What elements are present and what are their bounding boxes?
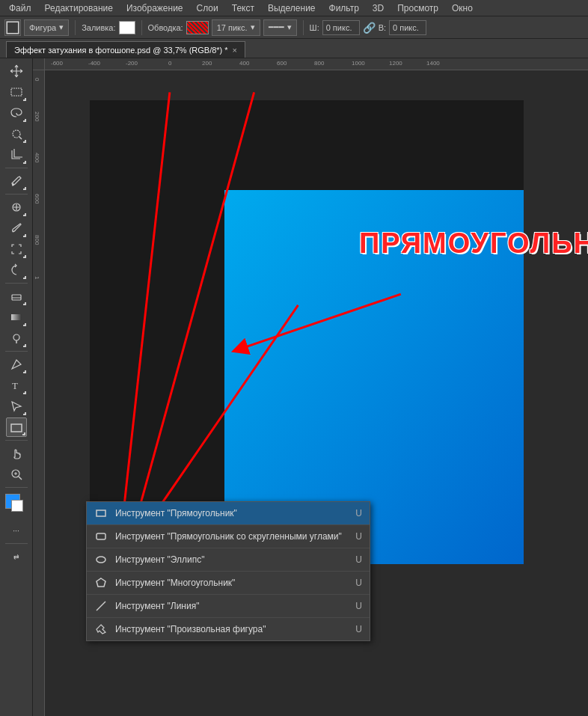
canvas-area: -600 -400 -200 0 200 400 600 800 1000 12… xyxy=(33,58,588,716)
rectangle-icon xyxy=(94,507,108,520)
svg-line-21 xyxy=(97,602,105,611)
line-icon xyxy=(94,599,108,613)
main-layout: T ··· ⇄ xyxy=(0,58,588,716)
ruler-v-mark-2: 400 xyxy=(34,153,40,162)
tool-dodge[interactable] xyxy=(6,328,27,348)
tool-quick-select[interactable] xyxy=(6,124,27,144)
ruler-v-mark-3: 600 xyxy=(34,194,40,204)
toolbar-divider-2 xyxy=(141,20,142,35)
shape-mode-btn[interactable] xyxy=(4,19,21,36)
menu-file[interactable]: Файл xyxy=(3,1,37,15)
tool-eraser[interactable] xyxy=(6,287,27,306)
stroke-type-dropdown[interactable]: ━━━ ▾ xyxy=(263,19,297,36)
ctx-label-rounded-rect: Инструмент "Прямоугольник со скругленным… xyxy=(115,531,348,542)
tools-divider-7 xyxy=(5,543,28,544)
ruler-h-mark-5: 400 xyxy=(239,60,249,67)
stroke-label: Обводка: xyxy=(148,23,183,32)
tool-gradient[interactable] xyxy=(6,307,27,327)
svg-text:T: T xyxy=(12,380,18,391)
stroke-color-swatch[interactable] xyxy=(186,21,209,34)
tools-divider-5 xyxy=(5,440,28,441)
width-label: Ш: xyxy=(310,23,319,32)
tool-eyedropper[interactable] xyxy=(6,171,27,191)
tools-divider-3 xyxy=(5,283,28,284)
ruler-h-mark-2: -200 xyxy=(126,60,138,67)
ruler-corner xyxy=(33,58,45,70)
menu-edit[interactable]: Редактирование xyxy=(39,1,119,15)
fill-color-swatch[interactable] xyxy=(119,21,135,34)
shape-type-dropdown[interactable]: Фигура ▾ xyxy=(24,19,69,36)
svg-point-5 xyxy=(12,231,13,233)
toolbar-divider-3 xyxy=(303,20,304,35)
ctx-item-rectangle[interactable]: Инструмент "Прямоугольник" U xyxy=(87,502,370,525)
tool-pen[interactable] xyxy=(6,355,27,374)
canvas-content: ПРЯМОУГОЛЬНИК xyxy=(45,70,588,716)
ruler-h-mark-8: 1000 xyxy=(352,60,365,67)
tool-clone[interactable] xyxy=(6,239,27,259)
options-toolbar: Фигура ▾ Заливка: Обводка: 17 пикс. ▾ ━━… xyxy=(0,16,588,39)
menu-filter[interactable]: Фильтр xyxy=(323,1,365,15)
background-color[interactable] xyxy=(11,500,23,512)
ruler-v-mark-1: 200 xyxy=(34,111,40,121)
svg-rect-7 xyxy=(11,314,22,320)
ctx-item-ellipse[interactable]: Инструмент "Эллипс" U xyxy=(87,548,370,572)
ctx-item-rounded-rect[interactable]: Инструмент "Прямоугольник со скругленным… xyxy=(87,525,370,548)
document-tab[interactable]: Эффект затухания в фотошопе.psd @ 33,7% … xyxy=(6,41,245,58)
toolbar-divider-1 xyxy=(75,20,76,35)
menu-select[interactable]: Выделение xyxy=(262,1,322,15)
tool-marquee[interactable] xyxy=(6,82,27,102)
menu-view[interactable]: Просмотр xyxy=(391,1,444,15)
tool-brush[interactable] xyxy=(6,218,27,238)
menu-image[interactable]: Изображение xyxy=(120,1,189,15)
ctx-item-custom-shape[interactable]: Инструмент "Произвольная фигура" U xyxy=(87,618,370,640)
svg-rect-10 xyxy=(11,424,22,432)
rounded-rect-icon xyxy=(94,530,108,543)
ruler-h-mark-7: 800 xyxy=(314,60,324,67)
svg-point-3 xyxy=(12,183,14,186)
tools-divider-6 xyxy=(5,487,28,488)
tool-hand[interactable] xyxy=(6,444,27,463)
ctx-item-polygon[interactable]: Инструмент "Многоугольник" U xyxy=(87,572,370,595)
tool-move[interactable] xyxy=(6,61,27,81)
menu-3d[interactable]: 3D xyxy=(367,1,390,15)
svg-rect-17 xyxy=(97,510,105,516)
ruler-v-mark-5: 1 xyxy=(34,276,40,279)
tool-history-brush[interactable] xyxy=(6,260,27,280)
ctx-label-polygon: Инструмент "Многоугольник" xyxy=(115,578,348,588)
ctx-shortcut-ellipse: U xyxy=(355,554,362,565)
tool-crop[interactable] xyxy=(6,145,27,165)
tool-path-select[interactable] xyxy=(6,397,27,416)
menu-layers[interactable]: Слои xyxy=(191,1,224,15)
tab-close-btn[interactable]: × xyxy=(233,46,237,55)
height-label: В: xyxy=(379,23,386,32)
tool-switch[interactable]: ⇄ xyxy=(6,547,27,566)
tools-divider-2 xyxy=(5,194,28,195)
ruler-h-mark-1: -400 xyxy=(88,60,100,67)
tool-extra-1[interactable]: ··· xyxy=(6,521,27,540)
ctx-shortcut-rounded-rect: U xyxy=(355,531,362,542)
tool-heal[interactable] xyxy=(6,198,27,217)
ruler-h-mark-10: 1400 xyxy=(426,60,440,67)
width-input[interactable] xyxy=(322,20,360,35)
menu-window[interactable]: Окно xyxy=(446,1,479,15)
menu-text[interactable]: Текст xyxy=(226,1,260,15)
tool-lasso[interactable] xyxy=(6,103,27,123)
colors-section xyxy=(5,494,28,516)
chain-icon: 🔗 xyxy=(363,22,376,34)
height-input[interactable] xyxy=(389,20,426,35)
photoshop-canvas xyxy=(90,100,524,564)
tool-text[interactable]: T xyxy=(6,376,27,395)
ruler-horizontal: -600 -400 -200 0 200 400 600 800 1000 12… xyxy=(45,58,588,70)
tools-divider-1 xyxy=(5,168,28,168)
ellipse-icon xyxy=(94,553,108,566)
tool-shape[interactable] xyxy=(6,417,27,437)
ctx-item-line[interactable]: Инструмент "Линия" U xyxy=(87,595,370,618)
stroke-width-dropdown[interactable]: 17 пикс. ▾ xyxy=(212,19,260,36)
tool-zoom[interactable] xyxy=(6,465,27,484)
ctx-shortcut-line: U xyxy=(355,601,362,611)
ctx-label-ellipse: Инструмент "Эллипс" xyxy=(115,554,348,565)
svg-rect-1 xyxy=(11,88,22,96)
ctx-label-custom-shape: Инструмент "Произвольная фигура" xyxy=(115,624,348,634)
svg-rect-0 xyxy=(7,22,19,34)
polygon-icon xyxy=(94,576,108,590)
